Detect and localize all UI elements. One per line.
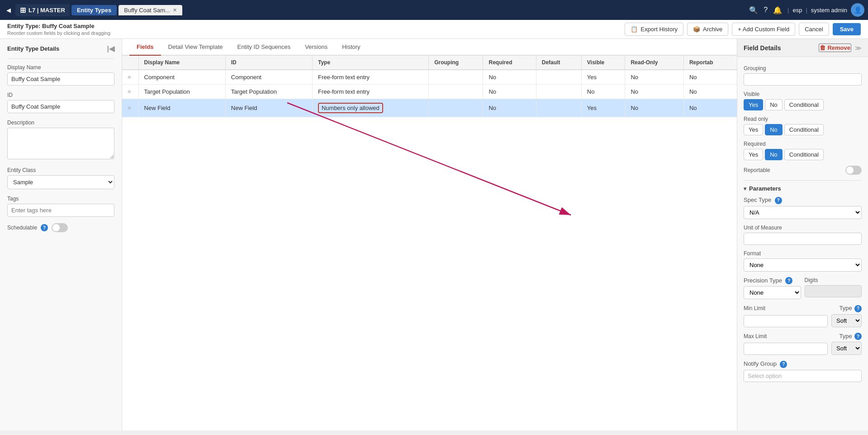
description-textarea[interactable] xyxy=(7,128,114,159)
drag-cell: ≡ xyxy=(122,70,138,85)
display-name-label: Display Name xyxy=(7,64,114,71)
tabs-bar: Fields Detail View Template Entity ID Se… xyxy=(122,39,737,56)
tags-input[interactable] xyxy=(7,204,114,217)
reportable-cell: No xyxy=(683,85,737,99)
read-only-yes-button[interactable]: Yes xyxy=(744,124,763,135)
fields-table-area[interactable]: Display Name ID Type Grouping Required D… xyxy=(122,56,737,430)
schedulable-toggle[interactable] xyxy=(52,223,68,232)
id-cell: Target Population xyxy=(225,85,312,99)
max-limit-group: Max Limit Type ? Soft Hard xyxy=(744,333,862,355)
archive-button[interactable]: 📦 Archive xyxy=(687,23,728,36)
panel-collapse-icon[interactable]: |◀ xyxy=(107,44,114,53)
save-button[interactable]: Save xyxy=(833,23,861,35)
tab-fields[interactable]: Fields xyxy=(129,39,161,56)
table-row[interactable]: ≡ Target Population Target Population Fr… xyxy=(122,85,737,99)
visible-conditional-button[interactable]: Conditional xyxy=(784,99,824,110)
max-limit-input[interactable] xyxy=(744,343,828,355)
visible-label: Visible xyxy=(744,91,862,97)
drag-handle-icon[interactable]: ≡ xyxy=(128,88,131,95)
visible-yes-button[interactable]: Yes xyxy=(744,99,763,110)
expand-panel-icon[interactable]: ≫ xyxy=(855,44,862,52)
format-select[interactable]: None Integer Decimal xyxy=(744,258,862,272)
schedulable-help-icon[interactable]: ? xyxy=(41,224,48,231)
reportable-toggle[interactable] xyxy=(845,166,862,175)
drag-handle-icon[interactable]: ≡ xyxy=(128,74,131,81)
user-avatar[interactable]: 👤 xyxy=(851,3,864,17)
visible-cell: No xyxy=(581,85,625,99)
id-cell: New Field xyxy=(225,99,312,117)
digits-label: Digits xyxy=(805,277,862,283)
page-tab[interactable]: Buffy Coat Sam... ✕ xyxy=(119,5,182,15)
min-type-select[interactable]: Soft Hard xyxy=(831,314,862,327)
remove-button[interactable]: 🗑 Remove xyxy=(819,43,851,52)
back-button[interactable]: ◀ xyxy=(4,5,14,15)
col-type: Type xyxy=(312,56,428,70)
required-cell: No xyxy=(483,70,536,85)
remove-trash-icon: 🗑 xyxy=(820,44,825,51)
left-panel: Entity Type Details |◀ Display Name ID D… xyxy=(0,39,122,430)
visible-no-button[interactable]: No xyxy=(765,99,783,110)
add-custom-field-button[interactable]: + Add Custom Field xyxy=(732,23,795,36)
required-cell: No xyxy=(483,85,536,99)
notify-group-help-icon[interactable]: ? xyxy=(780,361,787,368)
min-type-help-icon[interactable]: ? xyxy=(854,305,862,312)
export-history-button[interactable]: 📋 Export History xyxy=(625,23,683,36)
remove-label: Remove xyxy=(827,44,850,51)
nav-user: | esp | system admin 👤 xyxy=(787,3,864,17)
right-panel-actions: 🗑 Remove ≫ xyxy=(819,43,862,52)
archive-icon: 📦 xyxy=(693,26,700,33)
search-icon[interactable]: 🔍 xyxy=(749,6,758,14)
spec-type-select[interactable]: N/A Type A Type B xyxy=(744,206,862,219)
help-icon[interactable]: ? xyxy=(764,6,768,14)
left-panel-title: Entity Type Details |◀ xyxy=(7,44,114,59)
id-input[interactable] xyxy=(7,100,114,113)
save-label: Save xyxy=(840,26,854,33)
required-no-button[interactable]: No xyxy=(765,149,783,160)
display-name-input[interactable] xyxy=(7,72,114,86)
precision-type-select[interactable]: None Fixed Significant xyxy=(744,286,801,299)
right-panel-body: Grouping Visible Yes No Conditional xyxy=(737,57,868,392)
parameters-section-header[interactable]: ▾ Parameters xyxy=(744,185,862,192)
required-conditional-button[interactable]: Conditional xyxy=(784,149,824,160)
entity-class-select[interactable]: Sample Entity Container xyxy=(7,175,114,189)
read-only-conditional-button[interactable]: Conditional xyxy=(784,124,824,135)
page-tab-close[interactable]: ✕ xyxy=(173,7,177,13)
notify-group-select[interactable]: Select option xyxy=(744,370,862,382)
entity-types-nav-tab[interactable]: Entity Types xyxy=(71,5,117,15)
precision-type-help-icon[interactable]: ? xyxy=(785,277,792,284)
unit-of-measure-input[interactable] xyxy=(744,233,862,245)
table-row[interactable]: ≡ Component Component Free-form text ent… xyxy=(122,70,737,85)
drag-cell: ≡ xyxy=(122,99,138,117)
tab-entity-id-sequences[interactable]: Entity ID Sequences xyxy=(230,39,298,56)
grouping-input[interactable] xyxy=(744,73,862,86)
required-yes-button[interactable]: Yes xyxy=(744,149,763,160)
unit-of-measure-label: Unit of Measure xyxy=(744,225,862,231)
table-header-row: Display Name ID Type Grouping Required D… xyxy=(122,56,737,70)
cancel-button[interactable]: Cancel xyxy=(799,23,829,36)
tags-label: Tags xyxy=(7,196,114,202)
tab-detail-view-template[interactable]: Detail View Template xyxy=(161,39,230,56)
max-type-select[interactable]: Soft Hard xyxy=(831,342,862,355)
min-limit-input[interactable] xyxy=(744,315,828,327)
bell-icon[interactable]: 🔔 xyxy=(773,6,782,14)
tab-history[interactable]: History xyxy=(335,39,367,56)
visible-cell: Yes xyxy=(581,70,625,85)
cancel-label: Cancel xyxy=(805,26,823,33)
read-only-label: Read only xyxy=(744,116,862,122)
reportable-cell: No xyxy=(683,99,737,117)
required-cell: No xyxy=(483,99,536,117)
right-panel: Field Details 🗑 Remove ≫ Grouping Visibl… xyxy=(737,39,868,430)
table-row[interactable]: ≡ New Field New Field Numbers only allow… xyxy=(122,99,737,117)
top-nav: ◀ ⊞ L7 | MASTER Entity Types Buffy Coat … xyxy=(0,0,868,20)
drag-handle-icon[interactable]: ≡ xyxy=(128,105,131,111)
max-type-help-icon[interactable]: ? xyxy=(854,333,862,340)
notify-group-field-group: Notify Group ? Select option xyxy=(744,360,862,382)
min-type-label: Type ? xyxy=(839,305,862,312)
read-only-no-button[interactable]: No xyxy=(765,124,783,135)
tab-versions[interactable]: Versions xyxy=(298,39,335,56)
spec-type-field-group: Spec Type ? N/A Type A Type B xyxy=(744,196,862,219)
spec-type-help-icon[interactable]: ? xyxy=(775,197,782,204)
col-read-only: Read-Only xyxy=(625,56,683,70)
read-only-cell: No xyxy=(625,70,683,85)
digits-input[interactable] xyxy=(805,285,862,297)
